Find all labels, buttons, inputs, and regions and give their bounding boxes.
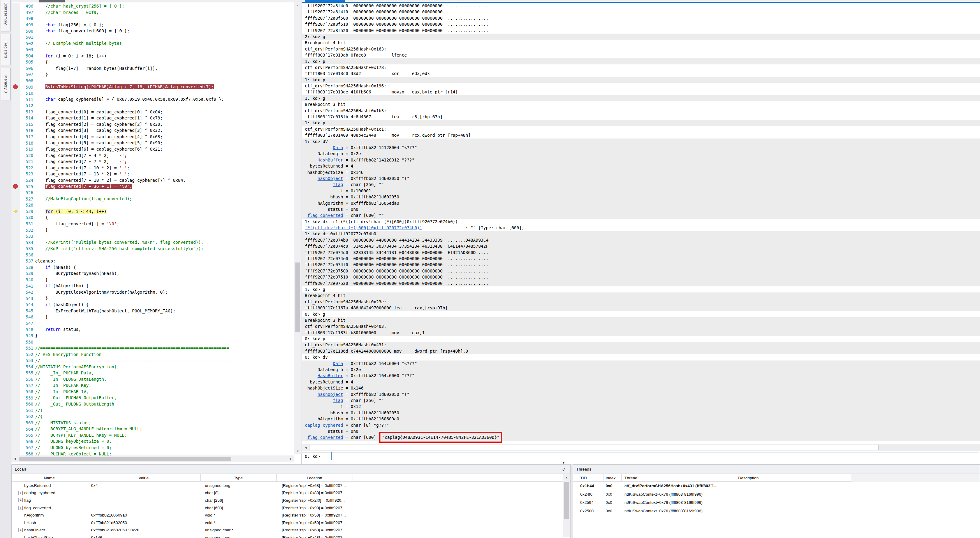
breakpoint-gutter[interactable] — [11, 202, 20, 208]
sidebar-tab-disassembly[interactable]: Disassembly — [1, 0, 11, 32]
breakpoint-gutter[interactable] — [11, 264, 20, 271]
breakpoint-gutter[interactable] — [11, 320, 20, 327]
breakpoint-gutter[interactable] — [11, 420, 20, 426]
locals-row[interactable]: +flag_convertedchar [600][Register 'rsp'… — [12, 504, 571, 512]
breakpoint-gutter[interactable] — [11, 221, 20, 227]
command-output-panel[interactable]: ffff9207`72a8f4e0 00000000 00000000 0000… — [302, 0, 980, 464]
breakpoint-icon[interactable] — [13, 84, 18, 89]
breakpoint-gutter[interactable] — [11, 3, 20, 10]
breakpoint-gutter[interactable] — [11, 152, 20, 159]
breakpoint-gutter[interactable] — [11, 109, 20, 115]
breakpoint-gutter[interactable] — [11, 277, 20, 283]
symbol-link[interactable]: HashBuffer — [318, 157, 343, 162]
breakpoint-gutter[interactable] — [11, 183, 20, 190]
breakpoint-gutter[interactable] — [11, 302, 20, 308]
breakpoint-gutter[interactable] — [11, 376, 20, 382]
source-horizontal-scrollbar[interactable]: ◀ ▶ — [11, 455, 294, 462]
breakpoint-gutter[interactable] — [11, 444, 20, 451]
breakpoint-gutter[interactable] — [11, 333, 20, 339]
breakpoint-gutter[interactable] — [11, 190, 20, 196]
breakpoint-gutter[interactable] — [11, 283, 20, 289]
scroll-thumb[interactable] — [564, 482, 569, 519]
breakpoint-gutter[interactable] — [11, 22, 20, 28]
scroll-thumb[interactable] — [310, 445, 878, 450]
breakpoint-gutter[interactable] — [11, 339, 20, 345]
column-header-index[interactable]: Index — [606, 474, 621, 482]
breakpoint-gutter[interactable] — [11, 96, 20, 103]
breakpoint-gutter[interactable] — [11, 115, 20, 121]
breakpoint-gutter[interactable] — [11, 345, 20, 351]
breakpoint-gutter[interactable] — [11, 59, 20, 65]
locals-row[interactable]: hashObjectSize0x146unsigned long[Registe… — [12, 534, 571, 538]
breakpoint-gutter[interactable] — [11, 159, 20, 165]
scroll-left-icon[interactable]: ◀ — [302, 444, 309, 451]
scroll-left-icon[interactable]: ◀ — [11, 456, 18, 462]
breakpoint-gutter[interactable] — [11, 246, 20, 252]
breakpoint-icon[interactable] — [13, 184, 18, 189]
breakpoint-gutter[interactable] — [11, 258, 20, 264]
breakpoint-gutter[interactable] — [11, 28, 20, 34]
thread-row[interactable]: 0x25940x0nt!KiSwapContext+0x76 (fffff803… — [573, 498, 980, 507]
sidebar-tab-memory-0[interactable]: Memory 0 — [1, 68, 11, 100]
breakpoint-gutter[interactable] — [11, 395, 20, 401]
breakpoint-gutter[interactable] — [11, 71, 20, 78]
expand-icon[interactable]: + — [19, 506, 23, 510]
symbol-link[interactable]: Data — [333, 145, 343, 150]
breakpoint-gutter[interactable] — [11, 46, 20, 53]
breakpoint-gutter[interactable] — [11, 78, 20, 84]
breakpoint-gutter[interactable] — [11, 239, 20, 246]
breakpoint-gutter[interactable] — [11, 103, 20, 109]
breakpoint-gutter[interactable] — [11, 227, 20, 233]
column-header-tid[interactable]: TID — [580, 474, 603, 482]
column-header-description[interactable]: Description — [738, 474, 829, 482]
breakpoint-gutter[interactable] — [11, 382, 20, 389]
symbol-link[interactable]: flag_converted — [307, 435, 343, 440]
breakpoint-gutter[interactable] — [11, 413, 20, 420]
breakpoint-gutter[interactable] — [11, 389, 20, 395]
breakpoint-gutter[interactable] — [11, 127, 20, 134]
breakpoint-gutter[interactable] — [11, 65, 20, 72]
expand-icon[interactable]: + — [19, 498, 23, 502]
symbol-link[interactable]: hashObject — [318, 176, 343, 181]
breakpoint-gutter[interactable] — [11, 146, 20, 152]
pin-icon[interactable] — [560, 466, 568, 473]
breakpoint-gutter[interactable] — [11, 34, 20, 41]
expand-icon[interactable]: + — [19, 528, 23, 532]
column-header-location[interactable]: Location — [276, 474, 353, 482]
thread-row[interactable]: 0x1b440x0ctf_drv!PerformSHA256Hash+0x431… — [573, 482, 980, 490]
scroll-thumb[interactable] — [19, 457, 231, 461]
symbol-link[interactable]: flag — [333, 398, 343, 403]
breakpoint-gutter[interactable] — [11, 53, 20, 59]
column-header-thread[interactable]: Thread — [624, 474, 734, 482]
locals-row[interactable]: +flagchar [256][Register 'rsp' +0x2f0] =… — [12, 497, 571, 504]
breakpoint-gutter[interactable] — [11, 364, 20, 370]
locals-titlebar[interactable]: Locals ▾✕ — [12, 465, 571, 474]
symbol-link[interactable]: Data — [333, 361, 343, 366]
command-horizontal-scrollbar[interactable]: ◀ — [302, 444, 980, 451]
thread-row[interactable]: 0x24f00x0nt!KiSwapContext+0x76 (fffff803… — [573, 490, 980, 499]
locals-row[interactable]: bytesReturned0x4unsigned long[Register '… — [12, 482, 571, 489]
dropdown-icon[interactable]: ▾ — [560, 459, 568, 466]
locals-row[interactable]: hHash0xffffbb821d602050void *[Register '… — [12, 519, 571, 527]
expand-icon[interactable]: + — [19, 491, 23, 495]
breakpoint-gutter[interactable] — [11, 177, 20, 184]
command-tab-sliver[interactable] — [305, 0, 345, 3]
scroll-up-icon[interactable]: ▲ — [563, 475, 570, 481]
source-tab-sliver[interactable] — [39, 0, 65, 2]
symbol-link[interactable]: flag — [333, 182, 343, 187]
breakpoint-gutter[interactable] — [11, 289, 20, 295]
breakpoint-gutter[interactable] — [11, 295, 20, 302]
scroll-thumb[interactable] — [295, 262, 300, 332]
locals-row[interactable]: hAlgorithm0xffffbb82160609a0void *[Regis… — [12, 511, 571, 519]
breakpoint-gutter[interactable] — [11, 407, 20, 414]
source-vertical-scrollbar[interactable]: ▲ ▼ — [294, 2, 301, 454]
source-code-panel[interactable]: 496 //char hash_crypt[256] = { 0 };497 /… — [11, 0, 301, 464]
breakpoint-gutter[interactable] — [11, 121, 20, 128]
breakpoint-gutter[interactable] — [11, 40, 20, 46]
breakpoint-gutter[interactable] — [11, 233, 20, 240]
breakpoint-gutter[interactable] — [11, 426, 20, 432]
breakpoint-gutter[interactable] — [11, 196, 20, 202]
breakpoint-gutter[interactable] — [11, 270, 20, 277]
breakpoint-gutter[interactable] — [11, 401, 20, 407]
column-header-value[interactable]: Value — [87, 474, 200, 482]
